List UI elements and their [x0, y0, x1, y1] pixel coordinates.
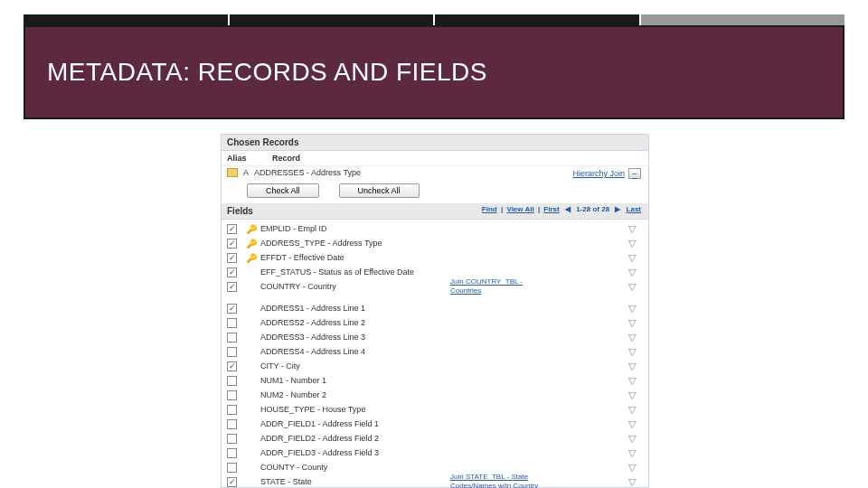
alias-header: Alias [227, 154, 265, 163]
slide-title: METADATA: RECORDS AND FIELDS [47, 58, 487, 87]
record-header: Record [272, 154, 300, 163]
field-label: STATE - State [260, 477, 450, 486]
field-row: ✓EFF_STATUS - Status as of Effective Dat… [227, 265, 643, 279]
join-link[interactable]: Join STATE_TBL - State Codes/Names w/in … [450, 473, 550, 488]
filter-icon[interactable]: ▽ [628, 375, 639, 386]
filter-icon[interactable]: ▽ [628, 317, 639, 328]
field-label: ADDR_FIELD1 - Address Field 1 [260, 419, 450, 428]
hierarchy-join-link[interactable]: Hierarchy Join − [572, 168, 641, 179]
filter-icon[interactable]: ▽ [628, 361, 639, 371]
filter-icon[interactable]: ▽ [628, 281, 639, 292]
field-checkbox[interactable] [227, 405, 237, 415]
field-checkbox[interactable] [227, 448, 237, 458]
field-label: EFF_STATUS - Status as of Effective Date [260, 267, 450, 277]
pager-range: 1-28 of 28 [576, 205, 609, 213]
field-row: ADDR_FIELD2 - Address Field 2▽ [227, 431, 643, 446]
field-label: NUM2 - Number 2 [260, 390, 450, 399]
field-row: COUNTY - County▽ [227, 460, 643, 474]
field-row: ✓🔑EFFDT - Effective Date▽ [227, 250, 643, 265]
filter-icon[interactable]: ▽ [628, 332, 639, 343]
filter-icon[interactable]: ▽ [628, 389, 639, 400]
records-panel: Chosen Records Alias Record A ADDRESSES … [221, 134, 649, 488]
viewall-link[interactable]: View All [506, 205, 533, 213]
field-checkbox[interactable] [227, 318, 237, 328]
filter-icon[interactable]: ▽ [628, 462, 639, 473]
field-checkbox[interactable]: ✓ [227, 267, 237, 277]
field-checkbox[interactable] [227, 434, 237, 444]
title-band: METADATA: RECORDS AND FIELDS [24, 25, 844, 119]
field-label: ADDRESS4 - Address Line 4 [260, 347, 450, 356]
filter-icon[interactable]: ▽ [628, 433, 639, 444]
key-icon: 🔑 [246, 224, 257, 234]
field-row: ADDRESS3 - Address Line 3▽ [227, 330, 643, 344]
pager: Find | View All | First ◀ 1-28 of 28 ▶ L… [480, 205, 643, 213]
first-link[interactable]: First [543, 205, 559, 213]
accent-seg [24, 14, 228, 25]
filter-icon[interactable]: ▽ [628, 404, 639, 415]
filter-icon[interactable]: ▽ [628, 303, 639, 314]
field-checkbox[interactable]: ✓ [227, 239, 237, 249]
key-icon: 🔑 [246, 239, 257, 249]
field-checkbox[interactable] [227, 333, 237, 343]
field-label: ADDR_FIELD2 - Address Field 2 [260, 434, 450, 443]
check-buttons: Check All Uncheck All [222, 181, 648, 203]
field-row: NUM1 - Number 1▽ [227, 373, 643, 388]
join-link[interactable]: Join COUNTRY_TBL - Countries [450, 277, 550, 296]
field-row: ✓CITY - City▽ [227, 359, 643, 373]
filter-icon[interactable]: ▽ [628, 418, 639, 429]
filter-icon[interactable]: ▽ [628, 223, 639, 234]
field-checkbox[interactable]: ✓ [227, 224, 237, 234]
field-checkbox[interactable]: ✓ [227, 304, 237, 314]
field-checkbox[interactable]: ✓ [227, 361, 237, 371]
filter-icon[interactable]: ▽ [628, 238, 639, 249]
column-headers: Alias Record [222, 151, 648, 166]
field-label: COUNTY - County [260, 463, 450, 472]
field-row: ✓🔑EMPLID - Empl ID▽ [227, 221, 643, 236]
field-checkbox[interactable] [227, 390, 237, 400]
find-link[interactable]: Find [482, 205, 497, 213]
field-checkbox[interactable] [227, 376, 237, 386]
field-row: ADDRESS4 - Address Line 4▽ [227, 344, 643, 359]
field-label: ADDRESS1 - Address Line 1 [260, 304, 450, 313]
field-checkbox[interactable]: ✓ [227, 253, 237, 263]
uncheck-all-button[interactable]: Uncheck All [339, 183, 420, 198]
field-checkbox[interactable] [227, 419, 237, 429]
check-all-button[interactable]: Check All [247, 183, 319, 198]
filter-icon[interactable]: ▽ [628, 346, 639, 357]
last-link[interactable]: Last [627, 205, 641, 213]
field-row: ✓🔑ADDRESS_TYPE - Address Type▽ [227, 236, 643, 250]
fields-header-label: Fields [227, 206, 253, 216]
accent-seg [435, 14, 639, 25]
field-label: HOUSE_TYPE - House Type [260, 405, 450, 414]
filter-icon[interactable]: ▽ [628, 476, 639, 487]
record-value: ADDRESSES - Address Type [254, 168, 361, 177]
field-label: NUM1 - Number 1 [260, 376, 450, 385]
field-label: COUNTRY - Country [260, 282, 450, 291]
remove-icon[interactable]: − [628, 168, 641, 179]
accent-seg [230, 14, 434, 25]
key-icon: 🔑 [246, 253, 257, 263]
filter-icon[interactable]: ▽ [628, 252, 639, 263]
field-checkbox[interactable] [227, 347, 237, 357]
field-checkbox[interactable] [227, 463, 237, 473]
filter-icon[interactable]: ▽ [628, 447, 639, 458]
record-row: A ADDRESSES - Address Type Hierarchy Joi… [222, 166, 648, 181]
field-row: NUM2 - Number 2▽ [227, 388, 643, 402]
field-row: ✓COUNTRY - CountryJoin COUNTRY_TBL - Cou… [227, 279, 643, 294]
field-label: ADDR_FIELD3 - Address Field 3 [260, 448, 450, 457]
folder-icon [227, 168, 238, 177]
fields-header: Fields Find | View All | First ◀ 1-28 of… [222, 203, 648, 220]
field-row: ✓STATE - StateJoin STATE_TBL - State Cod… [227, 474, 643, 488]
field-checkbox[interactable]: ✓ [227, 282, 237, 292]
field-row: ✓ADDRESS1 - Address Line 1▽ [227, 301, 643, 315]
field-label: ADDRESS2 - Address Line 2 [260, 318, 450, 327]
accent-bar [24, 14, 844, 25]
field-checkbox[interactable]: ✓ [227, 477, 237, 487]
field-row: HOUSE_TYPE - House Type▽ [227, 402, 643, 417]
field-row: ADDRESS2 - Address Line 2▽ [227, 315, 643, 330]
field-row: ADDR_FIELD1 - Address Field 1▽ [227, 417, 643, 431]
field-label: ADDRESS_TYPE - Address Type [260, 239, 450, 248]
field-label: CITY - City [260, 361, 450, 371]
filter-icon[interactable]: ▽ [628, 267, 639, 277]
field-row: ADDR_FIELD3 - Address Field 3▽ [227, 446, 643, 460]
